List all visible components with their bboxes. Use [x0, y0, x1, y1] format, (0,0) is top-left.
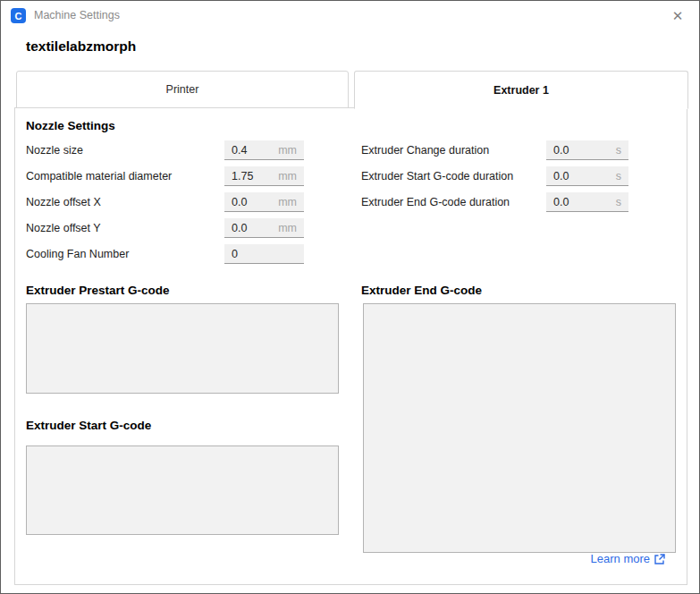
extruder-prestart-gcode-heading: Extruder Prestart G-code	[26, 284, 170, 297]
extruder-start-gcode-textarea[interactable]	[26, 446, 339, 535]
extruder-end-gcode-heading: Extruder End G-code	[361, 284, 482, 297]
tab-extruder-1[interactable]: Extruder 1	[354, 71, 688, 109]
nozzle-offset-y-value: 0.0	[232, 222, 278, 234]
extruder-start-gcode-duration-value: 0.0	[553, 170, 616, 182]
nozzle-offset-x-label: Nozzle offset X	[26, 195, 101, 209]
nozzle-size-label: Nozzle size	[26, 143, 83, 157]
nozzle-offset-x-input[interactable]: 0.0 mm	[224, 192, 304, 212]
external-link-icon	[654, 554, 665, 564]
cooling-fan-number-value: 0	[232, 248, 297, 260]
learn-more-label: Learn more	[591, 552, 650, 565]
nozzle-settings-heading: Nozzle Settings	[26, 119, 115, 132]
close-icon[interactable]: ✕	[669, 7, 687, 25]
extruder-start-gcode-duration-input[interactable]: 0.0 s	[546, 166, 628, 186]
extruder-prestart-gcode-textarea[interactable]	[26, 303, 339, 394]
extruder-start-gcode-heading: Extruder Start G-code	[26, 419, 151, 432]
extruder-end-gcode-duration-unit: s	[616, 196, 621, 208]
cooling-fan-number-label: Cooling Fan Number	[26, 247, 129, 261]
extruder-end-gcode-duration-label: Extruder End G-code duration	[361, 195, 510, 209]
extruder-change-duration-unit: s	[616, 144, 621, 157]
cooling-fan-number-input[interactable]: 0	[224, 244, 304, 264]
nozzle-offset-x-value: 0.0	[232, 196, 278, 208]
extruder-end-gcode-textarea[interactable]	[363, 303, 676, 553]
cura-app-icon: C	[11, 8, 26, 23]
compatible-material-diameter-value: 1.75	[232, 170, 278, 182]
compatible-material-diameter-label: Compatible material diameter	[26, 169, 172, 183]
extruder-start-gcode-duration-unit: s	[616, 170, 621, 182]
nozzle-offset-x-unit: mm	[278, 196, 297, 208]
nozzle-size-unit: mm	[278, 144, 297, 157]
nozzle-offset-y-label: Nozzle offset Y	[26, 221, 101, 235]
titlebar: C Machine Settings ✕	[1, 1, 699, 30]
extruder-change-duration-label: Extruder Change duration	[361, 143, 489, 157]
extruder-start-gcode-duration-label: Extruder Start G-code duration	[361, 169, 513, 183]
extruder-settings-panel: Nozzle Settings Nozzle size 0.4 mm Compa…	[14, 107, 687, 585]
learn-more-link[interactable]: Learn more	[591, 552, 665, 565]
nozzle-offset-y-unit: mm	[278, 222, 297, 234]
compatible-material-diameter-input[interactable]: 1.75 mm	[224, 166, 304, 186]
compatible-material-diameter-unit: mm	[278, 170, 297, 182]
extruder-end-gcode-duration-value: 0.0	[553, 196, 616, 208]
machine-name: textilelabzmorph	[26, 38, 136, 55]
window-title: Machine Settings	[34, 9, 120, 21]
tab-printer[interactable]: Printer	[16, 71, 349, 108]
extruder-change-duration-input[interactable]: 0.0 s	[546, 140, 628, 160]
nozzle-size-input[interactable]: 0.4 mm	[224, 140, 304, 160]
extruder-change-duration-value: 0.0	[553, 144, 616, 157]
nozzle-size-value: 0.4	[232, 144, 278, 157]
nozzle-offset-y-input[interactable]: 0.0 mm	[224, 218, 304, 238]
extruder-end-gcode-duration-input[interactable]: 0.0 s	[546, 192, 628, 212]
machine-settings-dialog: C Machine Settings ✕ textilelabzmorph Pr…	[0, 0, 700, 594]
